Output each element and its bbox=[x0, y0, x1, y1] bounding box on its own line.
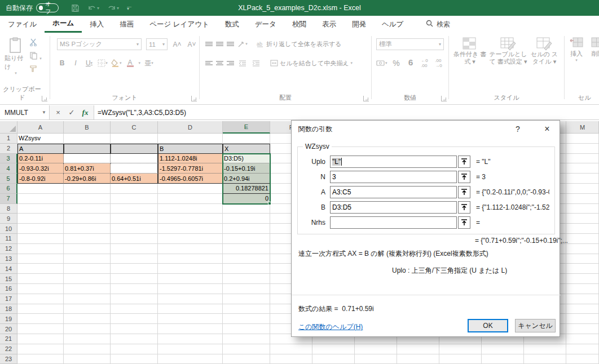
italic-button[interactable]: I bbox=[71, 57, 81, 69]
save-icon[interactable] bbox=[71, 4, 80, 12]
grid-cell[interactable] bbox=[64, 314, 111, 324]
tab-2[interactable]: 挿入 bbox=[82, 16, 112, 33]
row-header-21[interactable]: 21 bbox=[0, 334, 17, 344]
grid-cell[interactable] bbox=[64, 224, 111, 234]
row-header-14[interactable]: 14 bbox=[0, 264, 17, 274]
grid-cell[interactable] bbox=[312, 354, 355, 364]
bold-button[interactable]: B bbox=[57, 57, 67, 69]
align-top-icon[interactable] bbox=[205, 41, 213, 47]
dialog-title-bar[interactable]: 関数の引数 ? × bbox=[292, 121, 560, 137]
grid-cell[interactable] bbox=[223, 274, 270, 284]
grid-cell[interactable] bbox=[64, 344, 111, 354]
wrap-text-button[interactable]: ab 折り返して全体を表示する bbox=[257, 40, 342, 48]
grid-cell[interactable] bbox=[158, 294, 223, 304]
font-dialog-launcher[interactable] bbox=[191, 96, 197, 101]
grid-cell[interactable] bbox=[566, 204, 599, 214]
grid-cell[interactable] bbox=[111, 314, 158, 324]
increase-decimal-icon[interactable]: ←0.00 bbox=[420, 57, 430, 69]
cell-A3[interactable]: 0.2-0.11i bbox=[17, 154, 64, 164]
ok-button[interactable]: OK bbox=[468, 319, 508, 332]
format-painter-icon[interactable] bbox=[29, 65, 42, 74]
grid-cell[interactable] bbox=[158, 184, 223, 194]
grid-cell[interactable] bbox=[64, 184, 111, 194]
dialog-close-icon[interactable]: × bbox=[536, 121, 558, 137]
grid-cell[interactable] bbox=[566, 154, 599, 164]
grid-cell[interactable] bbox=[64, 244, 111, 254]
grid-cell[interactable] bbox=[524, 344, 566, 354]
grid-cell[interactable] bbox=[111, 264, 158, 274]
argument-input-B[interactable]: D3:D5 bbox=[330, 201, 457, 214]
grid-cell[interactable] bbox=[355, 344, 397, 354]
row-header-17[interactable]: 17 bbox=[0, 294, 17, 304]
column-header-C[interactable]: C bbox=[111, 121, 158, 134]
delete-cells-button[interactable]: 削除 bbox=[588, 37, 599, 58]
decrease-indent-icon[interactable] bbox=[237, 57, 248, 69]
tab-6[interactable]: データ bbox=[247, 16, 284, 33]
grid-cell[interactable] bbox=[17, 224, 64, 234]
grid-cell[interactable] bbox=[64, 134, 111, 144]
row-header-19[interactable]: 19 bbox=[0, 314, 17, 324]
cell-A1[interactable]: WZsysv bbox=[17, 134, 64, 144]
grid-cell[interactable] bbox=[17, 284, 64, 294]
clipboard-dialog-launcher[interactable] bbox=[42, 96, 47, 101]
align-center-icon[interactable] bbox=[216, 60, 223, 66]
undo-icon[interactable]: ▾ bbox=[87, 4, 99, 12]
cell-C4[interactable] bbox=[111, 163, 158, 174]
grid-cell[interactable] bbox=[17, 304, 64, 314]
fill-color-icon[interactable]: ▾ bbox=[111, 57, 122, 69]
grid-cell[interactable] bbox=[158, 324, 223, 334]
alignment-dialog-launcher[interactable] bbox=[363, 96, 369, 101]
grid-cell[interactable] bbox=[223, 334, 270, 344]
row-header-20[interactable]: 20 bbox=[0, 324, 17, 334]
row-header-11[interactable]: 11 bbox=[0, 234, 17, 244]
grid-cell[interactable] bbox=[566, 264, 599, 274]
grid-cell[interactable] bbox=[111, 134, 158, 144]
grid-cell[interactable] bbox=[312, 344, 355, 354]
grid-cell[interactable] bbox=[17, 334, 64, 344]
grid-cell[interactable] bbox=[17, 194, 64, 204]
conditional-formatting-button[interactable]: 条件付き 書式 ▾ bbox=[452, 37, 487, 65]
grid-cell[interactable] bbox=[17, 244, 64, 254]
tab-3[interactable]: 描画 bbox=[112, 16, 142, 33]
paste-button[interactable]: 貼り付け ▾ bbox=[5, 37, 27, 76]
grid-cell[interactable] bbox=[223, 254, 270, 264]
row-header-15[interactable]: 15 bbox=[0, 274, 17, 284]
grid-cell[interactable] bbox=[566, 144, 599, 154]
underline-button[interactable]: U▾ bbox=[84, 57, 94, 69]
cell-C5[interactable]: 0.64+0.51i bbox=[111, 174, 158, 184]
grid-cell[interactable] bbox=[111, 194, 158, 204]
row-header-6[interactable]: 6 bbox=[0, 184, 17, 194]
name-box[interactable]: MMULT ▼ bbox=[0, 105, 50, 119]
orientation-icon[interactable]: ▾ bbox=[237, 38, 248, 50]
cell-E3[interactable]: D3:D5) bbox=[223, 154, 270, 164]
grid-cell[interactable] bbox=[158, 284, 223, 294]
number-dialog-launcher[interactable] bbox=[441, 96, 447, 101]
cell-A2[interactable]: A bbox=[17, 144, 64, 154]
grid-cell[interactable] bbox=[223, 244, 270, 254]
dialog-help-icon[interactable]: ? bbox=[506, 121, 529, 137]
decrease-font-icon[interactable]: A˅ bbox=[187, 39, 197, 50]
row-header-8[interactable]: 8 bbox=[0, 204, 17, 214]
grid-cell[interactable] bbox=[111, 254, 158, 264]
cell-A4[interactable]: -0.93-0.32i bbox=[17, 163, 64, 174]
grid-cell[interactable] bbox=[223, 284, 270, 294]
grid-cell[interactable] bbox=[397, 344, 439, 354]
select-all-corner[interactable] bbox=[0, 121, 17, 134]
grid-cell[interactable] bbox=[439, 354, 482, 364]
row-header-2[interactable]: 2 bbox=[0, 144, 17, 154]
align-middle-icon[interactable] bbox=[216, 41, 223, 47]
format-as-table-button[interactable]: テーブルとして 書式設定 ▾ bbox=[488, 37, 528, 65]
cell-B2[interactable] bbox=[64, 144, 111, 154]
number-format-combo[interactable]: 標準▾ bbox=[376, 38, 444, 50]
collapse-dialog-icon[interactable] bbox=[458, 201, 470, 214]
tab-7[interactable]: 校閲 bbox=[284, 16, 314, 33]
autosave-toggle[interactable]: オフ bbox=[36, 3, 59, 12]
cell-D2[interactable]: B bbox=[158, 144, 223, 154]
autosave-control[interactable]: 自動保存 オフ bbox=[6, 3, 59, 13]
grid-cell[interactable] bbox=[566, 324, 599, 334]
grid-cell[interactable] bbox=[223, 314, 270, 324]
function-help-link[interactable]: この関数のヘルプ(H) bbox=[298, 322, 363, 332]
row-header-9[interactable]: 9 bbox=[0, 214, 17, 224]
grid-cell[interactable] bbox=[566, 284, 599, 294]
grid-cell[interactable] bbox=[566, 134, 599, 144]
